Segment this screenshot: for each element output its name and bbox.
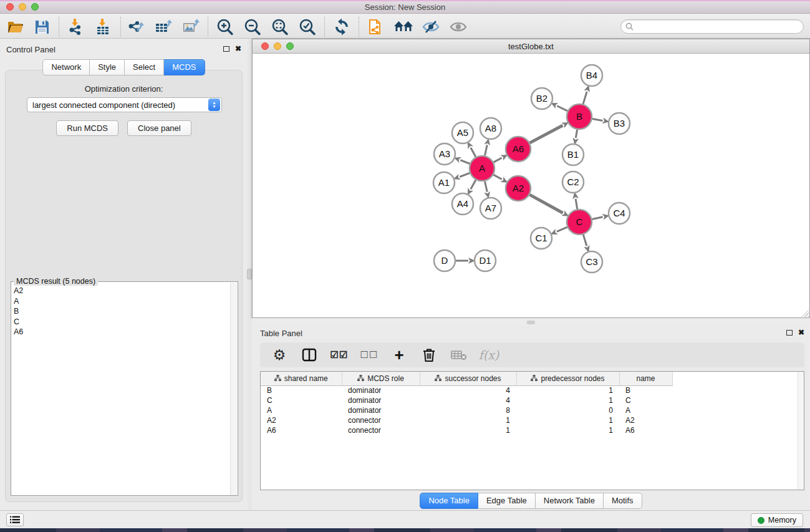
edge-B-B2[interactable]: [557, 106, 567, 111]
node-A1[interactable]: A1: [433, 172, 455, 193]
edge-B-B4[interactable]: [583, 92, 587, 104]
search-field[interactable]: [620, 19, 804, 34]
window-resize-grip[interactable]: [801, 309, 809, 317]
settings-gear-icon[interactable]: ⚙: [269, 346, 290, 364]
table-row[interactable]: A6connector11A6: [261, 425, 672, 435]
mcds-result-scrollbar[interactable]: [230, 283, 237, 495]
edge-B-B1[interactable]: [576, 130, 577, 138]
node-B[interactable]: B: [567, 104, 592, 129]
edge-A-A1[interactable]: [460, 173, 470, 177]
search-input[interactable]: [637, 22, 803, 31]
edge-A2-C[interactable]: [529, 195, 562, 213]
float-table-panel-icon[interactable]: [786, 330, 793, 336]
node-B2[interactable]: B2: [531, 88, 552, 109]
vertical-split-grip[interactable]: [247, 269, 252, 279]
edge-A-A4[interactable]: [471, 180, 476, 189]
node-A2[interactable]: A2: [506, 176, 531, 201]
node-C3[interactable]: C3: [581, 251, 602, 273]
import-network-icon[interactable]: [65, 17, 86, 36]
result-item[interactable]: B: [14, 306, 231, 317]
run-mcds-button[interactable]: Run MCDS: [56, 120, 118, 136]
import-table-icon[interactable]: [92, 17, 113, 36]
close-panel-icon[interactable]: ✖: [235, 46, 241, 52]
node-C[interactable]: C: [567, 210, 592, 235]
export-network-icon[interactable]: [125, 17, 147, 36]
node-A6[interactable]: A6: [506, 137, 531, 162]
network-canvas[interactable]: B4B2BB3A8A5A6B1A3AC2A1A2A4A7C4CC1C3DD1: [253, 54, 809, 317]
edge-C-C4[interactable]: [592, 217, 603, 220]
open-session-icon[interactable]: [5, 17, 26, 36]
edge-C-C2[interactable]: [576, 199, 577, 210]
show-columns-icon[interactable]: [299, 346, 320, 364]
edge-A-A3[interactable]: [460, 160, 470, 164]
node-C2[interactable]: C2: [562, 172, 584, 193]
node-B3[interactable]: B3: [609, 113, 630, 134]
result-item[interactable]: A6: [14, 327, 231, 337]
tab-network-table[interactable]: Network Table: [536, 493, 604, 509]
column-header-successor-nodes[interactable]: successor nodes: [420, 372, 516, 385]
tab-network[interactable]: Network: [42, 59, 90, 75]
tab-mcds[interactable]: MCDS: [164, 59, 205, 75]
node-A7[interactable]: A7: [480, 198, 501, 219]
hide-graphics-details-icon[interactable]: [420, 17, 441, 36]
node-A8[interactable]: A8: [480, 118, 501, 139]
edge-C-C3[interactable]: [583, 235, 587, 246]
node-C4[interactable]: C4: [609, 203, 630, 224]
zoom-out-icon[interactable]: [242, 17, 263, 36]
table-scrollbar[interactable]: [798, 372, 804, 490]
node-C1[interactable]: C1: [531, 228, 552, 249]
tab-node-table[interactable]: Node Table: [420, 493, 478, 509]
node-A5[interactable]: A5: [452, 122, 473, 143]
table-row[interactable]: Bdominator41B: [261, 385, 672, 395]
edge-A6-B[interactable]: [530, 125, 563, 143]
column-header-predecessor-nodes[interactable]: predecessor nodes: [516, 372, 619, 385]
task-history-button[interactable]: [6, 513, 24, 526]
node-A4[interactable]: A4: [452, 193, 473, 215]
node-B1[interactable]: B1: [562, 144, 584, 165]
column-header-MCDS-role[interactable]: MCDS role: [342, 372, 420, 385]
edge-A-A8[interactable]: [485, 145, 487, 155]
edge-A-A2[interactable]: [493, 175, 501, 179]
zoom-selected-icon[interactable]: [297, 17, 318, 36]
node-B4[interactable]: B4: [581, 65, 602, 86]
show-graphics-details-icon[interactable]: [448, 17, 469, 36]
result-item[interactable]: C: [14, 317, 231, 327]
refresh-icon[interactable]: [331, 17, 352, 36]
home-view-icon[interactable]: [393, 17, 414, 36]
close-panel-button[interactable]: Close panel: [127, 120, 191, 136]
column-header-shared-name[interactable]: shared name: [261, 372, 342, 385]
result-item[interactable]: A2: [14, 286, 231, 296]
mcds-result-list[interactable]: A2ABCA6: [11, 283, 231, 495]
result-item[interactable]: A: [14, 296, 231, 307]
edge-A-A6[interactable]: [494, 158, 502, 162]
save-session-icon[interactable]: [31, 17, 52, 36]
node-D1[interactable]: D1: [475, 250, 496, 271]
tab-motifs[interactable]: Motifs: [604, 493, 642, 509]
edge-A-A7[interactable]: [485, 181, 487, 192]
node-A[interactable]: A: [470, 156, 494, 181]
table-row[interactable]: Cdominator41C: [261, 395, 672, 405]
edge-B-B3[interactable]: [592, 119, 603, 121]
export-table-icon[interactable]: [153, 17, 174, 36]
zoom-in-icon[interactable]: [215, 17, 236, 36]
select-all-icon[interactable]: ☑☑: [329, 346, 350, 364]
network-from-file-icon[interactable]: [365, 17, 387, 36]
edge-A-A5[interactable]: [471, 148, 476, 157]
node-A3[interactable]: A3: [434, 143, 455, 165]
tab-select[interactable]: Select: [125, 59, 164, 75]
tab-style[interactable]: Style: [90, 59, 125, 75]
horizontal-split-grip[interactable]: [527, 321, 535, 324]
export-image-icon[interactable]: [180, 17, 201, 36]
node-D[interactable]: D: [434, 250, 455, 271]
node-table[interactable]: shared nameMCDS rolesuccessor nodesprede…: [261, 372, 673, 435]
add-column-icon[interactable]: +: [388, 346, 410, 364]
edge-C-C1[interactable]: [557, 227, 567, 231]
column-header-name[interactable]: name: [619, 372, 672, 385]
tab-edge-table[interactable]: Edge Table: [478, 493, 536, 509]
memory-button[interactable]: Memory: [751, 513, 803, 527]
unselect-all-icon[interactable]: ☐☐: [359, 346, 380, 364]
delete-column-icon[interactable]: [418, 346, 440, 364]
float-panel-icon[interactable]: [223, 46, 229, 52]
table-row[interactable]: Adominator80A: [261, 405, 672, 415]
close-table-panel-icon[interactable]: ✖: [798, 329, 804, 336]
